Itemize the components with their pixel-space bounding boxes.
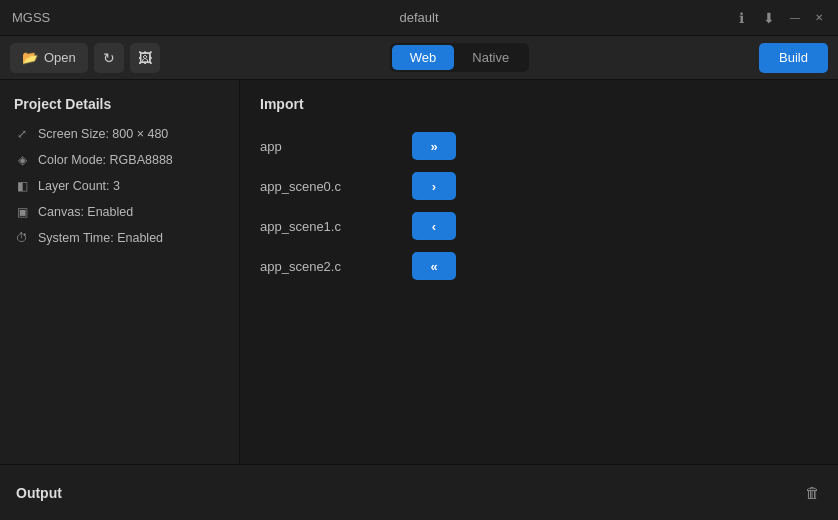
list-item: app_scene1.c ‹ bbox=[260, 206, 818, 246]
left-panel: Project Details ⤢ Screen Size: 800 × 480… bbox=[0, 80, 240, 464]
screen-size-label: Screen Size: 800 × 480 bbox=[38, 127, 168, 141]
main-content: Project Details ⤢ Screen Size: 800 × 480… bbox=[0, 80, 838, 464]
refresh-button[interactable]: ↻ bbox=[94, 43, 124, 73]
list-item: app_scene2.c « bbox=[260, 246, 818, 286]
detail-layer-count: ◧ Layer Count: 3 bbox=[14, 178, 225, 194]
import-title: Import bbox=[260, 96, 818, 112]
layer-count-label: Layer Count: 3 bbox=[38, 179, 120, 193]
tab-web[interactable]: Web bbox=[392, 45, 455, 70]
canvas-label: Canvas: Enabled bbox=[38, 205, 133, 219]
import-item-name: app_scene0.c bbox=[260, 179, 400, 194]
app-name: MGSS bbox=[12, 10, 50, 25]
folder-icon: 📂 bbox=[22, 50, 38, 65]
open-button[interactable]: 📂 Open bbox=[10, 43, 88, 73]
import-item-name: app_scene2.c bbox=[260, 259, 400, 274]
list-item: app » bbox=[260, 126, 818, 166]
close-button[interactable]: ✕ bbox=[812, 11, 826, 25]
download-icon[interactable]: ⬇ bbox=[760, 9, 778, 27]
minimize-button[interactable]: — bbox=[788, 11, 802, 25]
import-double-left-button-scene2[interactable]: « bbox=[412, 252, 456, 280]
list-item: app_scene0.c › bbox=[260, 166, 818, 206]
import-item-name: app bbox=[260, 139, 400, 154]
import-double-right-button-app[interactable]: » bbox=[412, 132, 456, 160]
color-mode-label: Color Mode: RGBA8888 bbox=[38, 153, 173, 167]
system-time-label: System Time: Enabled bbox=[38, 231, 163, 245]
project-name: default bbox=[399, 10, 438, 25]
refresh-icon: ↻ bbox=[103, 50, 115, 66]
detail-system-time: ⏱ System Time: Enabled bbox=[14, 230, 225, 246]
window-controls: ℹ ⬇ — ✕ bbox=[732, 9, 826, 27]
output-title: Output bbox=[16, 485, 62, 501]
tab-group: Web Native bbox=[390, 43, 529, 72]
screen-size-icon: ⤢ bbox=[14, 126, 30, 142]
trash-icon[interactable]: 🗑 bbox=[802, 483, 822, 503]
open-label: Open bbox=[44, 50, 76, 65]
info-icon[interactable]: ℹ bbox=[732, 9, 750, 27]
right-panel: Import app » app_scene0.c › app_scene1.c… bbox=[240, 80, 838, 464]
detail-canvas: ▣ Canvas: Enabled bbox=[14, 204, 225, 220]
tab-native[interactable]: Native bbox=[454, 45, 527, 70]
project-details-title: Project Details bbox=[14, 96, 225, 112]
titlebar: MGSS default ℹ ⬇ — ✕ bbox=[0, 0, 838, 36]
import-list: app » app_scene0.c › app_scene1.c ‹ app_… bbox=[260, 126, 818, 286]
build-button[interactable]: Build bbox=[759, 43, 828, 73]
detail-color-mode: ◈ Color Mode: RGBA8888 bbox=[14, 152, 225, 168]
system-time-icon: ⏱ bbox=[14, 230, 30, 246]
image-icon: 🖼 bbox=[138, 50, 152, 66]
import-item-name: app_scene1.c bbox=[260, 219, 400, 234]
detail-screen-size: ⤢ Screen Size: 800 × 480 bbox=[14, 126, 225, 142]
import-left-button-scene1[interactable]: ‹ bbox=[412, 212, 456, 240]
color-mode-icon: ◈ bbox=[14, 152, 30, 168]
output-panel: Output 🗑 bbox=[0, 464, 838, 520]
image-button[interactable]: 🖼 bbox=[130, 43, 160, 73]
toolbar: 📂 Open ↻ 🖼 Web Native Build bbox=[0, 36, 838, 80]
import-right-button-scene0[interactable]: › bbox=[412, 172, 456, 200]
layer-count-icon: ◧ bbox=[14, 178, 30, 194]
canvas-icon: ▣ bbox=[14, 204, 30, 220]
